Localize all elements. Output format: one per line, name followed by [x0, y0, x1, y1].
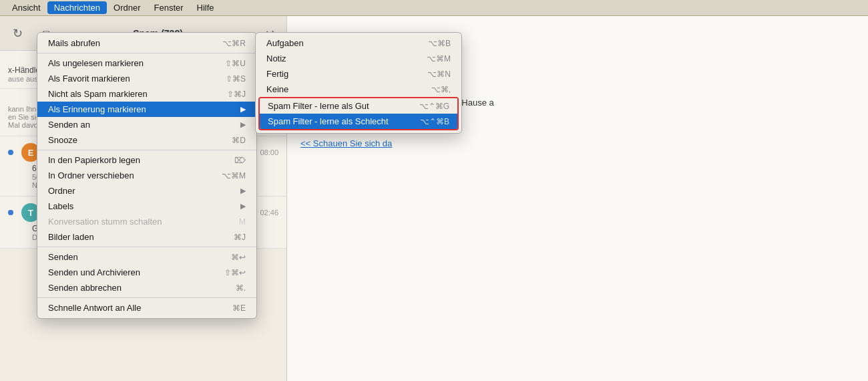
spam-filter-box: Spam Filter - lerne als Gut ⌥⌃⌘G Spam Fi… [258, 97, 459, 130]
menu-stumm[interactable]: Konversation stumm schalten M [37, 214, 256, 229]
menu-als-favorit[interactable]: Als Favorit markieren ⇧⌘S [37, 71, 256, 86]
spam-schlecht-label: Spam Filter - lerne als Schlecht [268, 116, 420, 126]
menu-als-erinnerung[interactable]: Als Erinnerung markieren ▶ [37, 102, 256, 117]
menu-sep-1 [37, 53, 256, 53]
menu-mails-abrufen[interactable]: Mails abrufen ⌥⌘R [37, 35, 256, 51]
submenu-fertig[interactable]: Fertig ⌥⌘N [256, 66, 461, 82]
menu-labels[interactable]: Labels ▶ [37, 199, 256, 214]
main-layout: ↻ ✏ Spam (738) ↩ 21:21 x-Händler verrät … [0, 16, 868, 381]
menu-ordner[interactable]: Ordner ▶ [37, 183, 256, 199]
spam-filter-schlecht[interactable]: Spam Filter - lerne als Schlecht ⌥⌃⌘B [260, 114, 457, 129]
menu-senden-an[interactable]: Senden an ▶ [37, 117, 256, 132]
menu-snooze[interactable]: Snooze ⌘D [37, 132, 256, 148]
menu-ansicht[interactable]: Ansicht [5, 1, 47, 14]
menu-senden[interactable]: Senden ⌘↩ [37, 249, 256, 265]
submenu-notiz[interactable]: Notiz ⌥⌘M [256, 51, 461, 66]
spam-gut-shortcut: ⌥⌃⌘G [419, 102, 449, 111]
menu-sep-2 [37, 150, 256, 150]
menu-bilder-laden[interactable]: Bilder laden ⌘J [37, 229, 256, 245]
menu-senden-archivieren[interactable]: Senden und Archivieren ⇧⌘↩ [37, 265, 256, 280]
menu-schnelle-antwort[interactable]: Schnelle Antwort an Alle ⌘E [37, 300, 256, 315]
menu-in-ordner[interactable]: In Ordner verschieben ⌥⌘M [37, 168, 256, 183]
menu-overlay: Mails abrufen ⌥⌘R Als ungelesen markiere… [0, 16, 868, 381]
menu-papierkorb[interactable]: In den Papierkorb legen ⌦ [37, 152, 256, 168]
submenu-erinnerung: Aufgaben ⌥⌘B Notiz ⌥⌘M Fertig ⌥⌘N Keine … [255, 32, 462, 134]
menu-nicht-spam[interactable]: Nicht als Spam markieren ⇧⌘J [37, 86, 256, 102]
menubar: Ansicht Nachrichten Ordner Fenster Hilfe [0, 0, 868, 16]
menu-als-ungelesen[interactable]: Als ungelesen markieren ⇧⌘U [37, 55, 256, 71]
submenu-aufgaben[interactable]: Aufgaben ⌥⌘B [256, 35, 461, 51]
menu-nachrichten[interactable]: Nachrichten [47, 1, 107, 14]
menu-ordner[interactable]: Ordner [107, 1, 147, 14]
menu-sep-3 [37, 247, 256, 247]
menu-fenster[interactable]: Fenster [147, 1, 190, 14]
spam-gut-label: Spam Filter - lerne als Gut [268, 101, 419, 111]
spam-filter-gut[interactable]: Spam Filter - lerne als Gut ⌥⌃⌘G [260, 98, 457, 114]
menu-sep-4 [37, 297, 256, 298]
submenu-keine[interactable]: Keine ⌥⌘, [256, 82, 461, 97]
menu-senden-abbrechen[interactable]: Senden abbrechen ⌘. [37, 280, 256, 295]
menu-hilfe[interactable]: Hilfe [190, 1, 221, 14]
nachrichten-dropdown: Mails abrufen ⌥⌘R Als ungelesen markiere… [37, 32, 257, 319]
spam-schlecht-shortcut: ⌥⌃⌘B [420, 117, 449, 126]
